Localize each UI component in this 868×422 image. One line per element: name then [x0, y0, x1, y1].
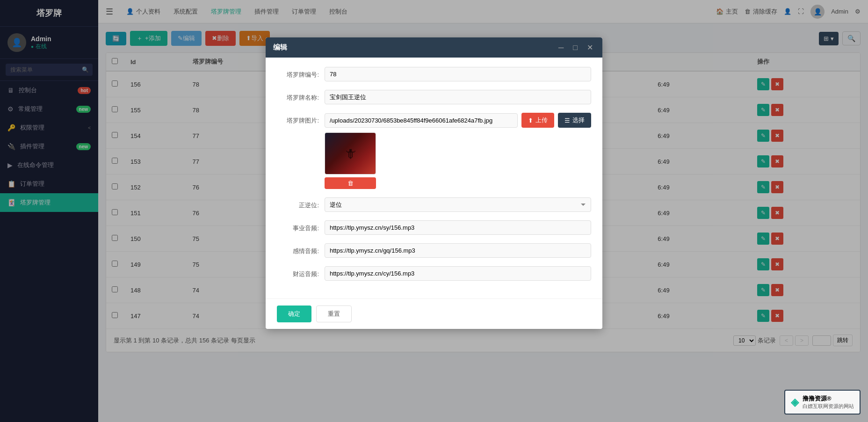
confirm-button[interactable]: 确定 [277, 306, 311, 322]
tarot-no-input[interactable] [325, 67, 591, 81]
modal-body: 塔罗牌编号: 塔罗牌名称: 塔罗牌图片: ⬆ [266, 58, 602, 298]
position-wrap: 逆位 正位 [325, 197, 591, 212]
modal-minimize-button[interactable]: ─ [557, 44, 565, 51]
career-audio-wrap [325, 220, 591, 235]
modal-header: 编辑 ─ □ ✕ [266, 37, 602, 58]
choose-button[interactable]: ☰ 选择 [558, 113, 591, 128]
fortune-audio-input[interactable] [325, 266, 591, 281]
upload-label: 上传 [535, 116, 548, 124]
image-preview-area: 🗡 🗑 [325, 132, 376, 189]
form-row-position: 正逆位: 逆位 正位 [277, 197, 591, 212]
tarot-img-wrap: ⬆ 上传 ☰ 选择 🗡 🗑 [325, 113, 591, 189]
emotion-audio-wrap [325, 243, 591, 258]
tarot-no-wrap [325, 67, 591, 81]
watermark-logo: ◈ [791, 396, 799, 408]
modal-maximize-button[interactable]: □ [571, 44, 579, 51]
image-preview: 🗡 [325, 132, 376, 175]
image-path-row: ⬆ 上传 ☰ 选择 [325, 113, 591, 128]
emotion-audio-label: 感情音频: [277, 243, 319, 255]
emotion-audio-input[interactable] [325, 243, 591, 258]
watermark-text: 撸撸资源® 白嫖互联网资源的网站 [803, 394, 854, 410]
choose-label: 选择 [572, 116, 585, 124]
modal-footer: 确定 重置 [266, 298, 602, 329]
watermark: ◈ 撸撸资源® 白嫖互联网资源的网站 [784, 390, 861, 415]
position-label: 正逆位: [277, 197, 319, 210]
form-row-fortune-audio: 财运音频: [277, 266, 591, 281]
modal-header-actions: ─ □ ✕ [557, 44, 595, 51]
upload-button[interactable]: ⬆ 上传 [521, 113, 554, 128]
reset-button[interactable]: 重置 [316, 306, 352, 322]
form-row-name: 塔罗牌名称: [277, 90, 591, 104]
tarot-name-input[interactable] [325, 90, 591, 104]
modal-close-button[interactable]: ✕ [585, 44, 595, 51]
modal-overlay: 编辑 ─ □ ✕ 塔罗牌编号: 塔罗牌名称: [0, 0, 868, 422]
form-row-emotion-audio: 感情音频: [277, 243, 591, 258]
tarot-no-label: 塔罗牌编号: [277, 67, 319, 79]
delete-image-button[interactable]: 🗑 [325, 177, 376, 189]
fortune-audio-label: 财运音频: [277, 266, 319, 278]
watermark-title: 撸撸资源® [803, 394, 854, 403]
tarot-name-wrap [325, 90, 591, 104]
form-row-career-audio: 事业音频: [277, 220, 591, 235]
career-audio-input[interactable] [325, 220, 591, 235]
tarot-img-label: 塔罗牌图片: [277, 113, 319, 125]
edit-modal: 编辑 ─ □ ✕ 塔罗牌编号: 塔罗牌名称: [266, 37, 602, 329]
modal-title: 编辑 [273, 43, 557, 52]
fortune-audio-wrap [325, 266, 591, 281]
watermark-subtitle: 白嫖互联网资源的网站 [803, 403, 854, 410]
form-row-no: 塔罗牌编号: [277, 67, 591, 81]
position-select[interactable]: 逆位 正位 [325, 197, 591, 212]
image-path-input[interactable] [325, 113, 518, 128]
career-audio-label: 事业音频: [277, 220, 319, 233]
tarot-name-label: 塔罗牌名称: [277, 90, 319, 102]
upload-icon: ⬆ [528, 117, 533, 124]
form-row-img: 塔罗牌图片: ⬆ 上传 ☰ 选择 [277, 113, 591, 189]
choose-icon: ☰ [564, 117, 570, 124]
